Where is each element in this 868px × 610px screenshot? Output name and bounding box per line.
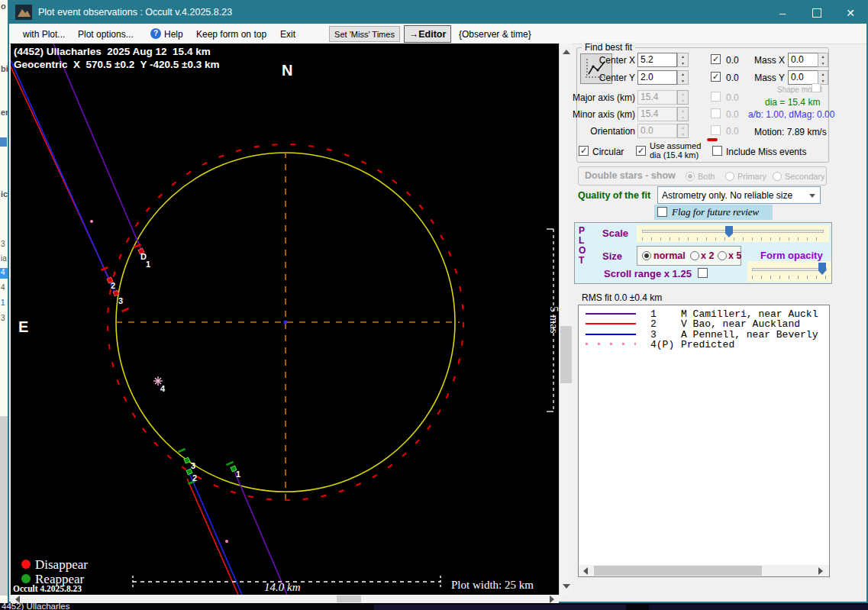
major-axis-input[interactable]: 15.4 bbox=[637, 90, 677, 105]
size-x2-radio[interactable] bbox=[690, 251, 699, 260]
observer-row-name: Predicted bbox=[681, 339, 734, 350]
maximize-button[interactable] bbox=[801, 2, 833, 24]
editor-label: →Editor bbox=[409, 29, 447, 40]
menu-with-plot[interactable]: with Plot... bbox=[23, 29, 65, 40]
minor-axis-input[interactable]: 15.4 bbox=[637, 107, 677, 121]
menu-exit[interactable]: Exit bbox=[280, 29, 295, 40]
center-x-input[interactable]: 5.2 bbox=[637, 53, 677, 67]
shape-model-checkbox[interactable] bbox=[812, 83, 821, 92]
form-opacity-label: Form opacity bbox=[760, 250, 823, 261]
scroll-up-arrow[interactable] bbox=[563, 50, 570, 54]
scroll-down-arrow[interactable] bbox=[563, 584, 570, 589]
app-icon bbox=[15, 5, 32, 20]
scroll-left-arrow[interactable] bbox=[15, 595, 20, 603]
orientation-err-label: 0.0 bbox=[726, 126, 739, 137]
list-scroll-left-arrow[interactable] bbox=[583, 567, 588, 575]
include-miss-checkbox[interactable] bbox=[712, 146, 722, 156]
form-opacity-slider[interactable] bbox=[747, 261, 831, 282]
list-scroll-right-arrow[interactable] bbox=[818, 567, 823, 575]
size-x5-label: x 5 bbox=[728, 250, 741, 261]
close-button[interactable]: ✕ bbox=[834, 2, 866, 24]
size-normal-radio[interactable] bbox=[642, 251, 651, 260]
bg-fragment: 4 bbox=[1, 283, 5, 292]
center-x-spinner[interactable]: ▲▼ bbox=[677, 53, 689, 67]
minor-axis-err-checkbox[interactable] bbox=[711, 108, 721, 118]
double-both-label: Both bbox=[698, 172, 715, 181]
taskbar-fragment bbox=[374, 605, 626, 610]
major-axis-err-checkbox[interactable] bbox=[711, 92, 721, 102]
orientation-input[interactable]: 0.0 bbox=[637, 124, 677, 138]
motion-value: Motion: 7.89 km/s bbox=[754, 127, 827, 137]
major-axis-spinner[interactable]: ▲▼ bbox=[677, 90, 689, 105]
bg-block bbox=[0, 416, 8, 595]
svg-text:2: 2 bbox=[111, 281, 115, 290]
svg-text:3: 3 bbox=[118, 296, 123, 305]
svg-text:1: 1 bbox=[146, 260, 150, 269]
minimize-button[interactable]: – bbox=[766, 2, 799, 24]
double-both-radio[interactable] bbox=[686, 172, 695, 181]
hscroll-thumb[interactable] bbox=[337, 595, 361, 602]
scale-slider-thumb[interactable] bbox=[725, 226, 733, 237]
plot-canvas[interactable]: D 1 2 3 3 2 1 4 (4452) Ullacharles 2025 … bbox=[11, 44, 559, 595]
quality-value: Astrometry only. No reliable size bbox=[662, 190, 792, 201]
center-y-spinner[interactable]: ▲▼ bbox=[677, 70, 689, 85]
orientation-label: Orientation bbox=[571, 126, 635, 137]
center-y-input[interactable]: 2.0 bbox=[637, 70, 677, 85]
rms-fit-label: RMS fit 0.0 ±0.4 km bbox=[582, 292, 662, 303]
bg-fragment: 3 bbox=[1, 240, 5, 248]
center-y-err-checkbox[interactable] bbox=[711, 72, 721, 82]
menu-help[interactable]: Help bbox=[164, 29, 183, 40]
legend-swatch-1 bbox=[586, 313, 636, 315]
plot-header-line1: (4452) Ullacharles 2025 Aug 12 15.4 km bbox=[14, 46, 211, 57]
mass-x-spinner[interactable]: ▲▼ bbox=[818, 53, 828, 67]
scroll-range-checkbox[interactable] bbox=[698, 268, 708, 278]
chord-1-purple bbox=[53, 44, 287, 595]
plot-width-label: Plot width: 25 km bbox=[451, 579, 534, 591]
flag-review-checkbox[interactable] bbox=[657, 207, 667, 217]
center-y-label: Center Y bbox=[582, 73, 635, 83]
quality-label: Quality of the fit bbox=[578, 190, 650, 201]
use-assumed-label-line2: dia (15.4 km) bbox=[650, 150, 699, 160]
use-assumed-checkbox[interactable] bbox=[636, 146, 646, 156]
scale-slider[interactable] bbox=[637, 225, 829, 242]
double-secondary-radio[interactable] bbox=[773, 172, 782, 181]
menu-keep-on-top[interactable]: Keep form on top bbox=[196, 29, 266, 40]
double-stars-label: Double stars - show bbox=[585, 170, 676, 181]
menu-plot-options[interactable]: Plot options... bbox=[78, 29, 134, 40]
center-x-err-checkbox[interactable] bbox=[711, 54, 721, 64]
set-miss-times-button[interactable]: Set 'Miss' Times bbox=[329, 26, 400, 42]
set-miss-times-label: Set 'Miss' Times bbox=[334, 30, 395, 39]
taskbar-fragment bbox=[649, 605, 868, 610]
bg-fragment: 3 bbox=[1, 314, 5, 322]
orientation-spinner[interactable]: ▲▼ bbox=[677, 124, 689, 138]
circular-checkbox[interactable] bbox=[579, 146, 589, 156]
dropdown-arrow-icon bbox=[809, 194, 815, 198]
observer-list-hscrollbar[interactable] bbox=[579, 565, 829, 576]
title-bar[interactable]: Plot event observations : Occult v.4.202… bbox=[9, 2, 866, 24]
editor-button[interactable]: →Editor bbox=[404, 25, 451, 43]
minor-axis-err-label: 0.0 bbox=[726, 109, 739, 120]
size-x5-radio[interactable] bbox=[718, 251, 727, 260]
taskbar-window-title[interactable]: 4452) Ullacharles bbox=[2, 603, 70, 610]
size-normal-label: normal bbox=[653, 250, 686, 261]
circular-label: Circular bbox=[592, 147, 624, 157]
miss-marker-icon bbox=[707, 138, 718, 141]
scroll-right-arrow[interactable] bbox=[550, 595, 554, 603]
double-primary-radio[interactable] bbox=[725, 172, 734, 181]
vscroll-thumb[interactable] bbox=[560, 326, 572, 383]
use-assumed-label-line1: Use assumed bbox=[650, 141, 701, 150]
north-label: N bbox=[282, 62, 292, 79]
svg-text:4: 4 bbox=[160, 384, 166, 393]
orientation-err-checkbox[interactable] bbox=[711, 125, 721, 135]
quality-dropdown[interactable]: Astrometry only. No reliable size bbox=[657, 186, 821, 204]
mass-x-input[interactable]: 0.0 bbox=[788, 53, 818, 67]
minor-axis-spinner[interactable]: ▲▼ bbox=[677, 107, 689, 121]
find-best-fit-caption: Find best fit bbox=[582, 42, 635, 53]
list-hscroll-thumb[interactable] bbox=[594, 566, 762, 576]
observer-list[interactable]: 1 M Camilleri, near Auckl 2 V Bao, near … bbox=[578, 305, 830, 577]
help-icon: ? bbox=[150, 28, 161, 39]
form-opacity-thumb[interactable] bbox=[818, 263, 826, 275]
plot-hscrollbar[interactable] bbox=[11, 595, 559, 603]
include-miss-label: Include Miss events bbox=[726, 147, 806, 157]
observer-row-num: 4(P) bbox=[650, 339, 674, 350]
